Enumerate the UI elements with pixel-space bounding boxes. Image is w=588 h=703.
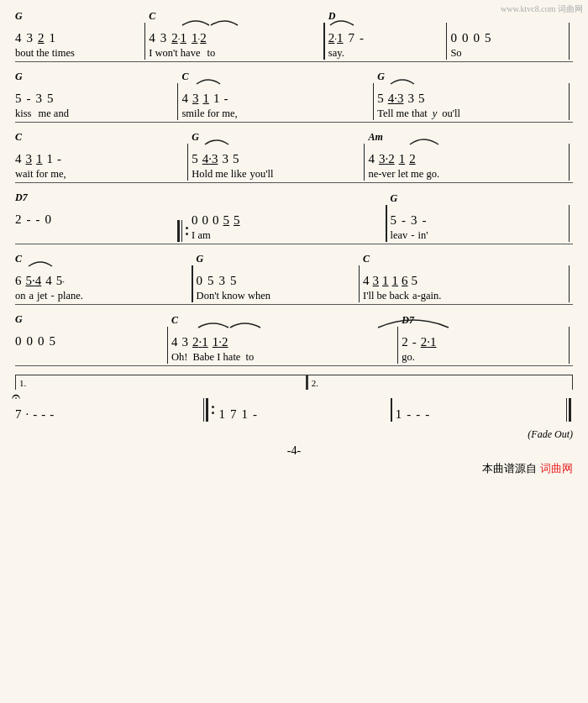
bar-line [323,23,325,60]
note: · [26,407,29,422]
note: 2·1 [192,335,208,349]
note: - [223,92,228,106]
lyric-word: ou'll [442,108,460,120]
notes-row6-m2: 4 3 2·1 1·2 [171,328,394,349]
note: 2·1 [328,31,344,45]
ending-brackets: 1. 2. [15,375,573,390]
lyric-word: a-gain. [412,290,441,302]
note: - [41,407,45,422]
lyric-word: Oh! [171,351,187,364]
note: 4 [181,92,188,106]
note: 1 [382,274,389,288]
lyric-word: bout the times [15,47,75,60]
note: 5 [192,152,198,166]
note: 7 [230,407,237,422]
notes-row5-m2: 0 5 3 5 [197,266,355,288]
fermata-icon: 𝄐 [12,388,20,406]
bar-line [397,327,399,364]
note: 3 [222,152,228,166]
lyric-word: - [411,229,414,242]
note: 5 [230,274,237,288]
key-G-7: G [15,313,164,327]
notes-row4-m3: 5 - 3 - [391,206,565,228]
lyric-row6-m2: Oh! Babe I hate to [171,351,394,364]
notes-row1-m3: 2·1 7 - [328,24,443,45]
lyric-word: Hold me like [192,168,246,181]
note: 3·2 [379,152,395,166]
final-double-bar [566,398,572,422]
row-4: D7 2 - - 0 [15,191,573,244]
note: 1 [47,152,54,166]
note: 4 [368,152,375,166]
bar-line [364,144,365,181]
key-empty-4 [192,192,382,206]
bar-line [569,327,570,364]
note: 5 [485,31,491,45]
tie-arc [203,136,234,146]
ending2-m1: 1 7 1 - [218,398,387,422]
key-C-3: C [15,131,184,144]
notes-row4-m1: 2 - - 0 [15,205,174,227]
note: - [412,335,417,349]
double-bar-mid [203,398,217,422]
note: 5 [234,213,240,228]
note: 5·4 [26,274,42,288]
note: 3 [182,335,189,349]
note: 2 [409,152,416,166]
note: 4 [363,274,370,288]
note: - [33,407,37,422]
lyric-word: - [51,290,55,302]
notes-row1-m1: 4 3 2 1 [15,24,141,45]
note: 4 [15,152,22,166]
note: 1 [36,152,43,166]
note: - [360,31,364,45]
note: 3 [36,92,43,106]
bar-line [187,144,189,181]
bar-line [569,23,570,60]
bar-line [391,398,392,422]
row-7-ending: 1. 2. 𝄐 [15,375,573,422]
note: 4 [15,31,22,45]
note: 0 [27,334,34,349]
ending1-notes: 𝄐 7 · - - - [15,390,201,422]
tie-arc [27,258,57,268]
key-G-2: G [15,71,174,84]
note: 5 [418,92,425,106]
note: 3 [411,213,417,228]
note: 7 [15,407,22,422]
lyric-word: say. [328,47,344,60]
note: 3 [160,31,167,45]
note: 0 [197,274,203,288]
note: 5 [412,274,418,288]
note: 3 [407,92,414,106]
note: - [402,213,406,228]
note: 1 [392,274,399,288]
ending-label-2: 2. [307,375,572,390]
ending-notes-row: 𝄐 7 · - - - [15,390,573,422]
note: 6 [402,274,408,288]
note: 1 [213,92,220,106]
note: 3 [27,31,34,45]
notes-row5-m3: 4 3 1 1 6 5 [363,266,564,288]
fade-out-label: (Fade Out) [15,428,573,441]
lyric-row6-m1 [15,350,164,364]
lyric-word: Don't know when [197,290,270,302]
notes-row3-m2: 5 4·3 3 5 [192,144,360,166]
page-number: -4- [15,444,573,458]
note: 4·3 [202,152,218,166]
note: 2 [402,335,408,349]
ending2-m2: 1 - - - [396,398,564,422]
row-1: G 4 3 2 1 bout the times C [15,10,573,62]
footer-source: 本曲谱源自 词曲网 [15,461,573,476]
note: - [27,212,31,227]
lyric-word: ne-ver let me go. [368,168,439,181]
lyric-word: a [29,290,34,302]
source-site: 词曲网 [540,461,573,476]
tie-arc [195,76,225,86]
notes-row1-m2: 4 3 2·1 1·2 [149,24,320,45]
lyric-row2-m3: Tell me that you'll [377,108,564,120]
bar-line [569,265,570,302]
tie-arc [209,17,251,27]
notes-row2-m3: 5 4·3 3 5 [377,84,564,106]
row-6: G 0 0 0 5 C 4 3 [15,313,573,366]
